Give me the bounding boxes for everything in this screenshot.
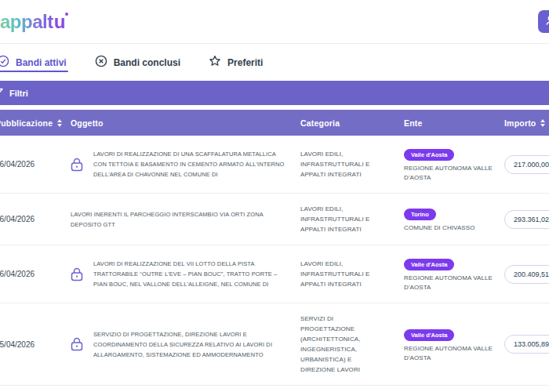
tab-label: Preferiti xyxy=(227,57,263,68)
category-text: LAVORI EDILI, INFRASTRUTTURALI E APPALTI… xyxy=(300,149,404,180)
amount-cell: 293.361,02 € xyxy=(504,210,549,229)
star-icon xyxy=(209,55,221,70)
subject-cell: LAVORI DI REALIZZAZIONE DI UNA SCAFFALAT… xyxy=(60,149,300,180)
app-logo: appaltu xyxy=(0,11,65,33)
app-header: appaltu xyxy=(0,0,549,44)
tab-label: Bandi conclusi xyxy=(114,57,180,68)
header-action-button[interactable] xyxy=(538,10,549,33)
table-row[interactable]: 15/04/2026 FSC 2021-2027. CUMIANA – “P.A… xyxy=(0,386,549,392)
column-header-importo: Importo xyxy=(504,118,549,128)
table-row[interactable]: 16/04/2026 LAVORI DI REALIZZAZIONE DEL V… xyxy=(0,245,549,303)
amount-pill: 293.361,02 € xyxy=(504,210,549,229)
entity-name: REGIONE AUTONOMA VALLE D'AOSTA xyxy=(404,164,504,183)
sort-icon[interactable] xyxy=(540,119,545,127)
tab-bandi-attivi[interactable]: Bandi attivi xyxy=(0,44,67,81)
page: appaltu Bandi attivi xyxy=(0,0,549,392)
province-badge: Valle d'Aosta xyxy=(404,329,454,341)
table-row[interactable]: 16/04/2026 LAVORI DI REALIZZAZIONE DI UN… xyxy=(0,136,549,194)
category-text: LAVORI EDILI, INFRASTRUTTURALI E APPALTI… xyxy=(300,204,404,234)
subject-cell: SERVIZIO DI PROGETTAZIONE, DIREZIONE LAV… xyxy=(60,329,300,360)
entity-name: REGIONE AUTONOMA VALLE D'AOSTA xyxy=(404,344,504,363)
logo-accent-glyph: u xyxy=(54,11,65,33)
lock-icon xyxy=(71,337,83,351)
province-badge: Torino xyxy=(404,209,436,220)
tab-bar: Bandi attivi Bandi conclusi Preferiti xyxy=(0,44,549,81)
entity-cell: Valle d'Aosta REGIONE AUTONOMA VALLE D'A… xyxy=(404,146,504,183)
column-header-categoria: Categoria xyxy=(300,118,404,128)
table-row[interactable]: 16/04/2026 LAVORI INERENTI IL PARCHEGGIO… xyxy=(0,194,549,245)
table-body: 16/04/2026 LAVORI DI REALIZZAZIONE DI UN… xyxy=(0,136,549,392)
publication-date: 16/04/2026 xyxy=(0,160,60,169)
check-circle-icon xyxy=(0,55,9,70)
lock-icon xyxy=(71,267,83,281)
column-header-pubblicazione: Pubblicazione xyxy=(0,118,60,128)
publication-date: 16/04/2026 xyxy=(0,215,60,223)
filters-bar[interactable]: Filtri xyxy=(0,81,549,105)
amount-pill: 200.409,51 € xyxy=(504,265,549,284)
amount-cell: 133.005,89 € xyxy=(504,335,549,354)
amount-pill: 133.005,89 € xyxy=(504,335,549,354)
amount-cell: 200.409,51 € xyxy=(504,265,549,284)
tab-label: Bandi attivi xyxy=(16,57,67,68)
table-header: Pubblicazione Oggetto Categoria Ente Imp… xyxy=(0,110,549,136)
category-text: SERVIZI DI PROGETTAZIONE (ARCHITETTONICA… xyxy=(300,314,404,375)
logo-text: appalt xyxy=(0,11,53,33)
subject-text: SERVIZIO DI PROGETTAZIONE, DIREZIONE LAV… xyxy=(93,329,285,360)
category-text: LAVORI EDILI, INFRASTRUTTURALI E APPALTI… xyxy=(300,259,404,289)
entity-cell: Valle d'Aosta REGIONE AUTONOMA VALLE D'A… xyxy=(404,256,504,292)
province-badge: Valle d'Aosta xyxy=(404,259,454,270)
filter-icon xyxy=(0,88,3,99)
column-header-ente: Ente xyxy=(404,118,504,128)
province-badge: Valle d'Aosta xyxy=(404,149,454,161)
amount-cell: 217.000,00 € xyxy=(504,155,549,174)
table-row[interactable]: 15/04/2026 SERVIZIO DI PROGETTAZIONE, DI… xyxy=(0,303,549,386)
publication-date: 15/04/2026 xyxy=(0,340,60,349)
publication-date: 16/04/2026 xyxy=(0,270,60,278)
x-circle-icon xyxy=(95,55,107,70)
subject-text: LAVORI DI REALIZZAZIONE DEL VII LOTTO DE… xyxy=(93,259,285,289)
entity-cell: Valle d'Aosta REGIONE AUTONOMA VALLE D'A… xyxy=(404,326,504,363)
subject-cell: LAVORI INERENTI IL PARCHEGGIO INTERSCAMB… xyxy=(60,209,300,230)
entity-name: COMUNE DI CHIVASSO xyxy=(404,223,504,233)
entity-cell: Torino COMUNE DI CHIVASSO xyxy=(404,205,504,233)
tab-bandi-conclusi[interactable]: Bandi conclusi xyxy=(95,44,180,81)
amount-pill: 217.000,00 € xyxy=(504,155,549,174)
subject-text: LAVORI INERENTI IL PARCHEGGIO INTERSCAMB… xyxy=(71,209,285,230)
column-header-oggetto: Oggetto xyxy=(60,118,300,128)
subject-cell: LAVORI DI REALIZZAZIONE DEL VII LOTTO DE… xyxy=(60,259,300,289)
lock-icon xyxy=(71,158,83,172)
entity-name: REGIONE AUTONOMA VALLE D'AOSTA xyxy=(404,274,504,292)
subject-text: LAVORI DI REALIZZAZIONE DI UNA SCAFFALAT… xyxy=(93,149,285,180)
user-icon xyxy=(545,15,549,28)
tab-preferiti[interactable]: Preferiti xyxy=(209,44,263,81)
filters-label: Filtri xyxy=(9,89,28,98)
